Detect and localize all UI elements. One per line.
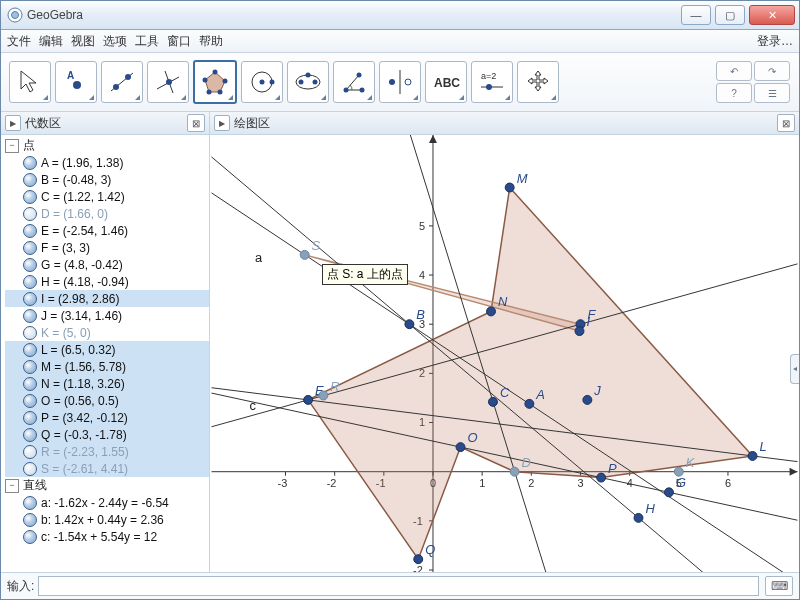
undo-button[interactable]: ↶ bbox=[716, 61, 752, 81]
visibility-toggle[interactable] bbox=[23, 530, 37, 544]
redo-button[interactable]: ↷ bbox=[754, 61, 790, 81]
algebra-item[interactable]: M = (1.56, 5.78) bbox=[41, 360, 126, 374]
menu-options[interactable]: 选项 bbox=[103, 33, 127, 50]
svg-text:4: 4 bbox=[419, 269, 425, 281]
tool-move[interactable] bbox=[9, 61, 51, 103]
svg-point-23 bbox=[344, 88, 349, 93]
graphics-close-button[interactable]: ⊠ bbox=[777, 114, 795, 132]
algebra-item[interactable]: L = (6.5, 0.32) bbox=[41, 343, 116, 357]
menu-view[interactable]: 视图 bbox=[71, 33, 95, 50]
close-button[interactable]: ✕ bbox=[749, 5, 795, 25]
visibility-toggle[interactable] bbox=[23, 462, 37, 476]
input-label: 输入: bbox=[7, 578, 34, 595]
minimize-button[interactable]: — bbox=[681, 5, 711, 25]
visibility-toggle[interactable] bbox=[23, 496, 37, 510]
settings-button[interactable]: ☰ bbox=[754, 83, 790, 103]
tool-reflect[interactable] bbox=[379, 61, 421, 103]
svg-text:J: J bbox=[593, 383, 601, 398]
side-handle[interactable]: ◂ bbox=[790, 354, 799, 384]
collapse-icon[interactable]: − bbox=[5, 479, 19, 493]
algebra-item[interactable]: J = (3.14, 1.46) bbox=[41, 309, 122, 323]
tool-perpendicular[interactable] bbox=[147, 61, 189, 103]
visibility-toggle[interactable] bbox=[23, 411, 37, 425]
tool-move-view[interactable] bbox=[517, 61, 559, 103]
algebra-item[interactable]: a: -1.62x - 2.44y = -6.54 bbox=[41, 496, 169, 510]
visibility-toggle[interactable] bbox=[23, 207, 37, 221]
svg-text:Q: Q bbox=[425, 542, 435, 557]
visibility-toggle[interactable] bbox=[23, 394, 37, 408]
svg-text:R: R bbox=[330, 379, 339, 394]
category-point[interactable]: 点 bbox=[23, 137, 35, 154]
visibility-toggle[interactable] bbox=[23, 190, 37, 204]
algebra-item[interactable]: Q = (-0.3, -1.78) bbox=[41, 428, 127, 442]
algebra-item[interactable]: D = (1.66, 0) bbox=[41, 207, 108, 221]
visibility-toggle[interactable] bbox=[23, 275, 37, 289]
tool-circle[interactable] bbox=[241, 61, 283, 103]
svg-text:A: A bbox=[535, 387, 545, 402]
titlebar: GeoGebra — ▢ ✕ bbox=[1, 1, 799, 30]
svg-point-14 bbox=[207, 90, 212, 95]
tool-ellipse[interactable] bbox=[287, 61, 329, 103]
visibility-toggle[interactable] bbox=[23, 156, 37, 170]
graphics-title: 绘图区 bbox=[234, 115, 270, 132]
tool-text[interactable]: ABC bbox=[425, 61, 467, 103]
algebra-close-button[interactable]: ⊠ bbox=[187, 114, 205, 132]
algebra-item[interactable]: A = (1.96, 1.38) bbox=[41, 156, 123, 170]
collapse-icon[interactable]: − bbox=[5, 139, 19, 153]
menu-window[interactable]: 窗口 bbox=[167, 33, 191, 50]
menu-tools[interactable]: 工具 bbox=[135, 33, 159, 50]
menu-edit[interactable]: 编辑 bbox=[39, 33, 63, 50]
visibility-toggle[interactable] bbox=[23, 428, 37, 442]
algebra-item[interactable]: C = (1.22, 1.42) bbox=[41, 190, 125, 204]
maximize-button[interactable]: ▢ bbox=[715, 5, 745, 25]
visibility-toggle[interactable] bbox=[23, 326, 37, 340]
point-tooltip: 点 S: a 上的点 bbox=[322, 264, 408, 285]
algebra-item[interactable]: E = (-2.54, 1.46) bbox=[41, 224, 128, 238]
category-line[interactable]: 直线 bbox=[23, 477, 47, 494]
algebra-item[interactable]: S = (-2.61, 4.41) bbox=[41, 462, 128, 476]
tool-point[interactable]: A bbox=[55, 61, 97, 103]
tool-slider[interactable]: a=2 bbox=[471, 61, 513, 103]
algebra-item[interactable]: F = (3, 3) bbox=[41, 241, 90, 255]
tool-line[interactable] bbox=[101, 61, 143, 103]
graphics-view[interactable]: -3-2-10123456-2-112345acdABCDEFGHIJKLMNO… bbox=[210, 135, 799, 572]
graphics-toggle-icon[interactable]: ▶ bbox=[214, 115, 230, 131]
help-button[interactable]: ? bbox=[716, 83, 752, 103]
algebra-item[interactable]: K = (5, 0) bbox=[41, 326, 91, 340]
svg-point-25 bbox=[357, 73, 362, 78]
svg-point-21 bbox=[313, 80, 318, 85]
visibility-toggle[interactable] bbox=[23, 173, 37, 187]
svg-text:S: S bbox=[312, 238, 321, 253]
login-link[interactable]: 登录… bbox=[757, 33, 793, 50]
visibility-toggle[interactable] bbox=[23, 224, 37, 238]
algebra-item[interactable]: R = (-2.23, 1.55) bbox=[41, 445, 129, 459]
algebra-item[interactable]: G = (4.8, -0.42) bbox=[41, 258, 123, 272]
menu-file[interactable]: 文件 bbox=[7, 33, 31, 50]
visibility-toggle[interactable] bbox=[23, 377, 37, 391]
algebra-item[interactable]: H = (4.18, -0.94) bbox=[41, 275, 129, 289]
algebra-item[interactable]: N = (1.18, 3.26) bbox=[41, 377, 125, 391]
menu-help[interactable]: 帮助 bbox=[199, 33, 223, 50]
input-field[interactable] bbox=[38, 576, 759, 596]
algebra-item[interactable]: B = (-0.48, 3) bbox=[41, 173, 111, 187]
visibility-toggle[interactable] bbox=[23, 258, 37, 272]
visibility-toggle[interactable] bbox=[23, 513, 37, 527]
tool-polygon[interactable] bbox=[193, 60, 237, 104]
visibility-toggle[interactable] bbox=[23, 292, 37, 306]
svg-text:1: 1 bbox=[479, 477, 485, 489]
svg-point-116 bbox=[300, 250, 309, 259]
visibility-toggle[interactable] bbox=[23, 343, 37, 357]
algebra-item[interactable]: c: -1.54x + 5.54y = 12 bbox=[41, 530, 157, 544]
algebra-item[interactable]: b: 1.42x + 0.44y = 2.36 bbox=[41, 513, 164, 527]
svg-point-5 bbox=[113, 84, 119, 90]
algebra-item[interactable]: P = (3.42, -0.12) bbox=[41, 411, 128, 425]
tool-angle[interactable] bbox=[333, 61, 375, 103]
algebra-item[interactable]: I = (2.98, 2.86) bbox=[41, 292, 119, 306]
visibility-toggle[interactable] bbox=[23, 360, 37, 374]
visibility-toggle[interactable] bbox=[23, 445, 37, 459]
algebra-item[interactable]: O = (0.56, 0.5) bbox=[41, 394, 119, 408]
algebra-toggle-icon[interactable]: ▶ bbox=[5, 115, 21, 131]
keyboard-button[interactable]: ⌨ bbox=[765, 576, 793, 596]
visibility-toggle[interactable] bbox=[23, 309, 37, 323]
visibility-toggle[interactable] bbox=[23, 241, 37, 255]
